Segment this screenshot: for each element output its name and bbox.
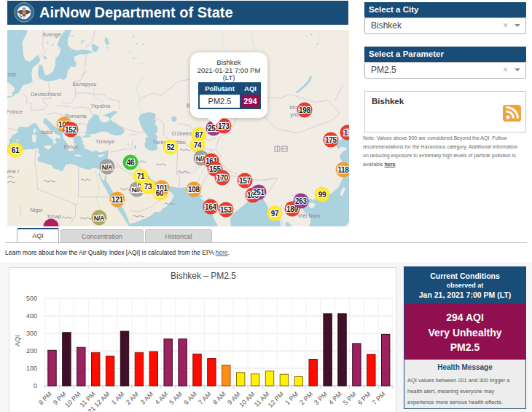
svg-text:Tchad: Tchad	[47, 213, 61, 220]
svg-text:97: 97	[271, 210, 279, 218]
svg-text:10 PM: 10 PM	[63, 390, 82, 408]
svg-text:263: 263	[295, 197, 308, 205]
svg-text:251: 251	[253, 189, 265, 197]
svg-text:N/A: N/A	[102, 164, 113, 171]
svg-text:France: France	[7, 109, 23, 114]
svg-text:7 AM: 7 AM	[197, 390, 213, 406]
svg-text:N/A: N/A	[94, 215, 105, 222]
svg-text:3 AM: 3 AM	[139, 390, 155, 406]
svg-text:100: 100	[26, 365, 37, 372]
svg-text:7 PM: 7 PM	[371, 390, 387, 406]
svg-text:2 PM: 2 PM	[298, 390, 314, 406]
svg-text:Bishkek – PM2.5: Bishkek – PM2.5	[171, 271, 236, 281]
svg-text:0: 0	[34, 382, 37, 389]
svg-text:Italia: Italia	[41, 129, 53, 135]
svg-text:Беларусь: Беларусь	[73, 81, 97, 87]
svg-text:500: 500	[26, 295, 37, 302]
svg-text:118: 118	[337, 166, 349, 174]
svg-text:173: 173	[218, 122, 230, 130]
svg-text:Niger: Niger	[30, 207, 43, 213]
svg-text:1 PM: 1 PM	[283, 390, 300, 406]
svg-text:Deutschland: Deutschland	[31, 91, 61, 98]
svg-text:12 PM: 12 PM	[267, 390, 285, 408]
svg-text:Việt Nam: Việt Nam	[298, 213, 321, 219]
svg-text:164: 164	[205, 203, 217, 211]
svg-text:60: 60	[156, 189, 164, 197]
svg-text:153: 153	[220, 206, 232, 214]
svg-text:46: 46	[127, 159, 135, 167]
svg-text:dom: dom	[7, 71, 16, 78]
svg-text:300: 300	[26, 330, 37, 337]
svg-text:170: 170	[216, 174, 229, 182]
svg-text:Ελλάς: Ελλάς	[64, 143, 79, 150]
svg-text:61: 61	[12, 146, 20, 154]
svg-text:99: 99	[318, 191, 326, 199]
svg-text:5 PM: 5 PM	[342, 390, 358, 406]
svg-text:400: 400	[26, 312, 37, 320]
svg-text:73: 73	[144, 183, 152, 191]
svg-text:10 AM: 10 AM	[238, 390, 256, 408]
svg-text:8 AM: 8 AM	[211, 390, 227, 406]
svg-text:175: 175	[325, 136, 337, 144]
svg-text:4 AM: 4 AM	[154, 390, 170, 406]
svg-text:4 PM: 4 PM	[327, 390, 343, 406]
svg-text:52: 52	[167, 143, 175, 151]
svg-text:Türkiye: Türkiye	[95, 138, 115, 145]
svg-text:6 AM: 6 AM	[182, 390, 198, 406]
svg-text:157: 157	[239, 177, 251, 185]
svg-text:108: 108	[188, 186, 200, 194]
svg-text:121: 121	[112, 196, 124, 204]
svg-text:152: 152	[65, 126, 77, 134]
svg-text:200: 200	[26, 347, 37, 354]
svg-text:71: 71	[137, 173, 145, 181]
svg-text:6 PM: 6 PM	[356, 390, 372, 406]
svg-text:Sverige: Sverige	[42, 31, 60, 38]
svg-text:17: 17	[344, 129, 349, 137]
svg-text:3 PM: 3 PM	[313, 390, 329, 406]
svg-text:8 PM: 8 PM	[37, 390, 53, 406]
svg-text:1 AM: 1 AM	[110, 390, 126, 406]
svg-text:Україна: Україна	[91, 103, 111, 109]
svg-text:érie /: érie /	[7, 168, 20, 175]
svg-text:5 AM: 5 AM	[168, 390, 184, 406]
svg-text:AQI: AQI	[14, 335, 21, 346]
svg-text:74: 74	[194, 141, 202, 149]
svg-text:198: 198	[299, 106, 311, 114]
svg-text:2 AM: 2 AM	[125, 390, 141, 406]
